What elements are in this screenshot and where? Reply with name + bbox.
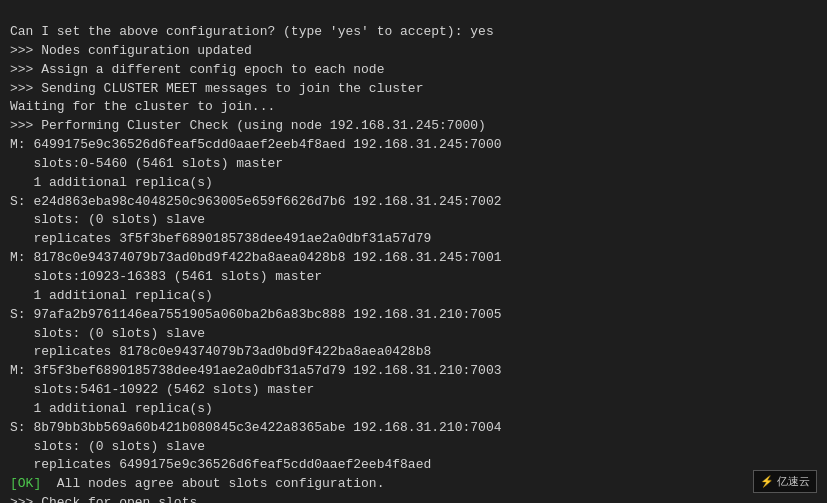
watermark-text: 亿速云 [777,475,810,487]
terminal-line: S: 8b79bb3bb569a60b421b080845c3e422a8365… [10,419,817,438]
terminal-line: 1 additional replica(s) [10,287,817,306]
terminal-line: replicates 3f5f3bef6890185738dee491ae2a0… [10,230,817,249]
ok-badge: [OK] [10,476,41,491]
terminal-line: replicates 8178c0e94374079b73ad0bd9f422b… [10,343,817,362]
terminal-line: slots: (0 slots) slave [10,211,817,230]
terminal-line: slots:0-5460 (5461 slots) master [10,155,817,174]
watermark: ⚡ 亿速云 [753,470,817,493]
terminal-line: M: 8178c0e94374079b73ad0bd9f422ba8aea042… [10,249,817,268]
terminal-line: Can I set the above configuration? (type… [10,23,817,42]
terminal-line: slots:5461-10922 (5462 slots) master [10,381,817,400]
terminal-window: Can I set the above configuration? (type… [0,0,827,503]
terminal-line: replicates 6499175e9c36526d6feaf5cdd0aae… [10,456,817,475]
terminal-line: >>> Check for open slots... [10,494,817,503]
terminal-line: M: 6499175e9c36526d6feaf5cdd0aaef2eeb4f8… [10,136,817,155]
terminal-line: 1 additional replica(s) [10,174,817,193]
terminal-line: S: e24d863eba98c4048250c963005e659f6626d… [10,193,817,212]
terminal-line: slots: (0 slots) slave [10,325,817,344]
terminal-line: [OK] All nodes agree about slots configu… [10,475,817,494]
terminal-line: >>> Performing Cluster Check (using node… [10,117,817,136]
terminal-line: Waiting for the cluster to join... [10,98,817,117]
terminal-line: >>> Sending CLUSTER MEET messages to joi… [10,80,817,99]
watermark-icon: ⚡ [760,475,774,487]
terminal-line: S: 97afa2b9761146ea7551905a060ba2b6a83bc… [10,306,817,325]
terminal-line: >>> Assign a different config epoch to e… [10,61,817,80]
terminal-line: 1 additional replica(s) [10,400,817,419]
terminal-line: slots:10923-16383 (5461 slots) master [10,268,817,287]
terminal-line: slots: (0 slots) slave [10,438,817,457]
terminal-line: >>> Nodes configuration updated [10,42,817,61]
terminal-line: M: 3f5f3bef6890185738dee491ae2a0dbf31a57… [10,362,817,381]
